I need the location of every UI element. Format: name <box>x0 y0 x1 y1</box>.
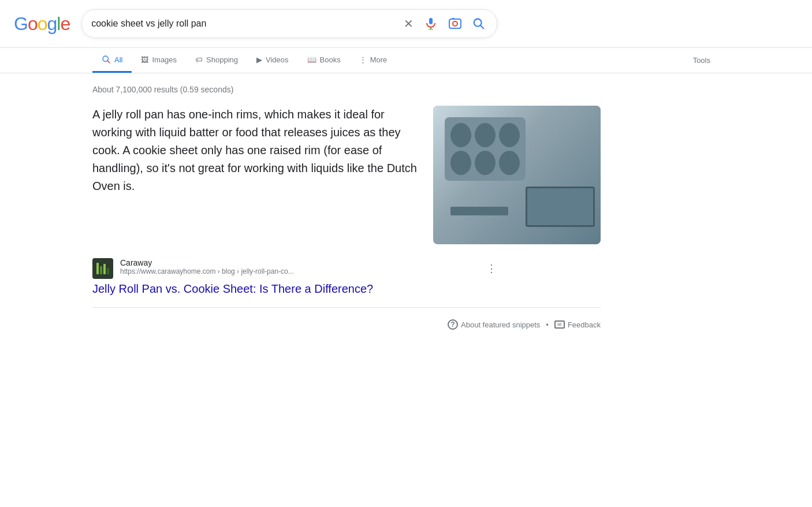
tab-more[interactable]: ⋮ More <box>350 49 397 73</box>
search-submit-icon <box>472 17 485 30</box>
logo-o2: o <box>38 13 47 35</box>
stripe-3 <box>103 264 106 274</box>
pan-circle-3 <box>499 123 520 147</box>
header: Google ✕ <box>0 0 812 48</box>
footer-info: ? About featured snippets • ✉ Feedback <box>92 312 601 337</box>
featured-snippet: A jelly roll pan has one-inch rims, whic… <box>92 106 601 244</box>
search-bar: ✕ <box>81 9 497 38</box>
videos-icon: ▶ <box>256 55 262 64</box>
mic-icon <box>424 17 438 31</box>
books-icon: 📖 <box>307 55 316 64</box>
svg-rect-3 <box>449 19 461 28</box>
stripe-2 <box>100 266 102 274</box>
baking-rack <box>450 207 508 215</box>
stripe-4 <box>107 268 109 274</box>
pan-circle-4 <box>450 151 471 175</box>
clear-button[interactable]: ✕ <box>401 14 416 33</box>
pan-circle-6 <box>499 151 520 175</box>
search-input[interactable] <box>91 18 394 29</box>
tools-button[interactable]: Tools <box>684 49 720 72</box>
pan-circle-5 <box>475 151 496 175</box>
search-bar-icons: ✕ <box>401 14 487 33</box>
divider <box>92 307 601 308</box>
source-menu-button[interactable]: ⋮ <box>486 262 497 275</box>
image-search-button[interactable] <box>446 14 464 33</box>
tab-shopping[interactable]: 🏷 Shopping <box>186 49 247 73</box>
tab-all[interactable]: All <box>92 48 132 73</box>
favicon-stripes <box>96 263 109 274</box>
all-icon <box>102 55 111 64</box>
source-info: Caraway https://www.carawayhome.com › bl… <box>92 258 497 279</box>
jelly-roll-pan <box>526 187 595 227</box>
source-details: Caraway https://www.carawayhome.com › bl… <box>120 258 294 275</box>
footer-separator: • <box>546 320 549 329</box>
nav-tabs: All 🖼 Images 🏷 Shopping ▶ Videos 📖 Books… <box>0 48 812 73</box>
snippet-image-inner <box>433 106 601 244</box>
google-logo[interactable]: Google <box>14 13 70 35</box>
lens-icon <box>448 17 462 31</box>
svg-rect-0 <box>429 18 433 24</box>
svg-point-4 <box>453 21 457 26</box>
pan-circle-2 <box>475 123 496 147</box>
pan-circle-1 <box>450 123 471 147</box>
muffin-pan <box>445 117 526 181</box>
snippet-image <box>433 106 601 244</box>
tab-images[interactable]: 🖼 Images <box>132 49 186 73</box>
feedback-icon: ✉ <box>554 320 565 329</box>
more-icon: ⋮ <box>359 55 367 64</box>
logo-g2: g <box>47 13 57 35</box>
svg-line-9 <box>107 61 110 63</box>
voice-search-button[interactable] <box>422 14 440 33</box>
main-content: About 7,100,000 results (0.59 seconds) A… <box>0 73 693 348</box>
source-name: Caraway <box>120 258 294 267</box>
logo-e: e <box>60 13 70 35</box>
info-icon: ? <box>448 319 458 330</box>
images-icon: 🖼 <box>141 55 148 64</box>
stripe-1 <box>96 263 99 274</box>
about-snippets-link[interactable]: ? About featured snippets <box>448 319 540 330</box>
logo-o1: o <box>28 13 38 35</box>
about-snippets-label: About featured snippets <box>461 320 540 329</box>
svg-line-7 <box>481 25 484 29</box>
search-button[interactable] <box>470 15 487 32</box>
svg-rect-5 <box>452 18 455 20</box>
logo-g: G <box>14 13 28 35</box>
feedback-label: Feedback <box>568 320 601 329</box>
snippet-text: A jelly roll pan has one-inch rims, whic… <box>92 106 419 244</box>
feedback-link[interactable]: ✉ Feedback <box>554 320 601 329</box>
tab-books[interactable]: 📖 Books <box>298 49 350 73</box>
shopping-icon: 🏷 <box>195 55 203 64</box>
source-url: https://www.carawayhome.com › blog › jel… <box>120 267 294 275</box>
tab-videos[interactable]: ▶ Videos <box>247 49 298 73</box>
results-count: About 7,100,000 results (0.59 seconds) <box>92 85 601 94</box>
source-favicon <box>92 258 113 279</box>
result-link[interactable]: Jelly Roll Pan vs. Cookie Sheet: Is Ther… <box>92 282 497 296</box>
